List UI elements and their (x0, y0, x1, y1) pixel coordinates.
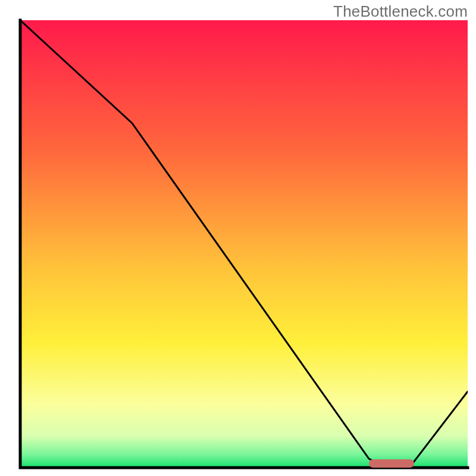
chart-svg (0, 0, 476, 476)
watermark-text: TheBottleneck.com (333, 2, 468, 21)
plot-background (20, 20, 468, 468)
optimal-range-marker (369, 459, 414, 468)
chart-container: TheBottleneck.com (0, 0, 476, 476)
